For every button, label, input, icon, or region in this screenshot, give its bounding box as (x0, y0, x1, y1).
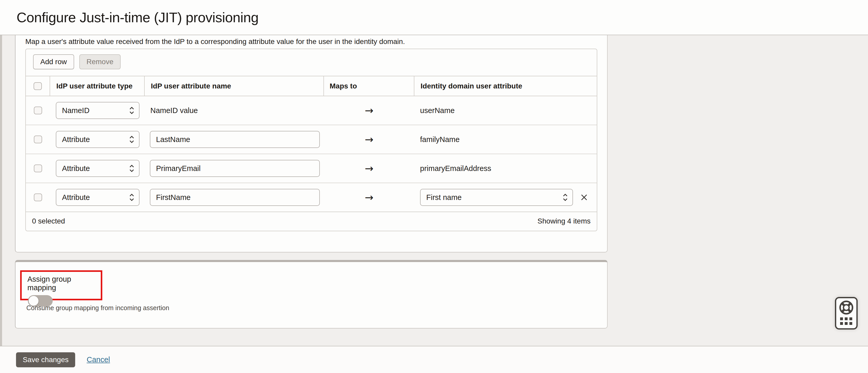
idp-attribute-name-input[interactable] (150, 160, 320, 177)
row-checkbox[interactable] (34, 194, 42, 201)
cancel-link[interactable]: Cancel (87, 355, 110, 364)
remove-button[interactable]: Remove (79, 54, 121, 69)
domain-attribute-text: primaryEmailAddress (414, 164, 491, 173)
page-title: Configure Just-in-time (JIT) provisionin… (17, 9, 258, 25)
maps-to-arrow-icon: → (365, 163, 374, 174)
idp-attribute-name-input[interactable] (150, 189, 320, 206)
select-all-checkbox[interactable] (34, 82, 42, 90)
save-changes-button[interactable]: Save changes (16, 352, 75, 367)
idp-attribute-type-select[interactable]: NameID (56, 102, 140, 119)
mapping-description: Map a user's attribute value received fr… (25, 37, 594, 46)
selected-count: 0 selected (32, 217, 65, 225)
select-updown-icon (562, 193, 568, 202)
highlight-rectangle: Assign group mapping (20, 270, 102, 300)
maps-to-arrow-icon: → (365, 105, 374, 116)
table-row: Attribute → primaryEmailAddress (26, 154, 597, 183)
select-updown-icon (129, 164, 135, 173)
table-toolbar: Add row Remove (26, 49, 597, 76)
table-row: NameID NameID value → userName (26, 96, 597, 125)
idp-attribute-type-select[interactable]: Attribute (56, 131, 140, 148)
group-mapping-panel: Assign group mapping Consume group mappi… (15, 260, 608, 328)
action-bar: Save changes Cancel (0, 346, 868, 373)
domain-attribute-text: familyName (414, 135, 460, 144)
row-checkbox[interactable] (34, 136, 42, 143)
column-header-idp-type: IdP user attribute type (50, 76, 145, 96)
idp-attribute-type-select[interactable]: Attribute (56, 189, 140, 206)
page-header: Configure Just-in-time (JIT) provisionin… (0, 0, 868, 35)
table-row: Attribute → First name (26, 183, 597, 212)
domain-attribute-text: userName (414, 106, 455, 115)
showing-count: Showing 4 items (537, 217, 591, 225)
select-updown-icon (129, 106, 135, 115)
idp-attribute-name-input[interactable] (150, 131, 320, 148)
idp-attribute-name-text: NameID value (145, 106, 198, 115)
left-edge-divider (0, 35, 2, 373)
domain-attribute-select[interactable]: First name (420, 189, 573, 206)
table-row: Attribute → familyName (26, 125, 597, 154)
grid-dots-icon (840, 317, 852, 325)
help-widget-button[interactable] (835, 297, 858, 329)
group-mapping-help-text: Consume group mapping from incoming asse… (26, 304, 169, 312)
assign-group-mapping-label: Assign group mapping (27, 275, 101, 292)
remove-row-icon[interactable] (580, 193, 588, 202)
add-row-button[interactable]: Add row (33, 54, 74, 69)
column-header-domain-attribute: Identity domain user attribute (414, 76, 597, 96)
maps-to-arrow-icon: → (365, 192, 374, 203)
idp-attribute-type-select[interactable]: Attribute (56, 160, 140, 177)
column-header-idp-name: IdP user attribute name (145, 76, 324, 96)
select-updown-icon (129, 193, 135, 202)
maps-to-arrow-icon: → (365, 134, 374, 145)
select-updown-icon (129, 135, 135, 144)
column-header-maps-to: Maps to (324, 76, 414, 96)
table-footer: 0 selected Showing 4 items (26, 212, 597, 230)
jit-provisioning-page: Configure Just-in-time (JIT) provisionin… (0, 0, 868, 373)
table-header-row: IdP user attribute type IdP user attribu… (26, 76, 597, 96)
select-all-cell (26, 76, 50, 96)
lifebuoy-icon (836, 298, 857, 328)
row-checkbox[interactable] (34, 107, 42, 114)
row-checkbox[interactable] (34, 165, 42, 172)
attribute-mapping-panel: Map a user's attribute value received fr… (15, 35, 608, 253)
mapping-table: Add row Remove IdP user attribute type I… (25, 49, 597, 231)
